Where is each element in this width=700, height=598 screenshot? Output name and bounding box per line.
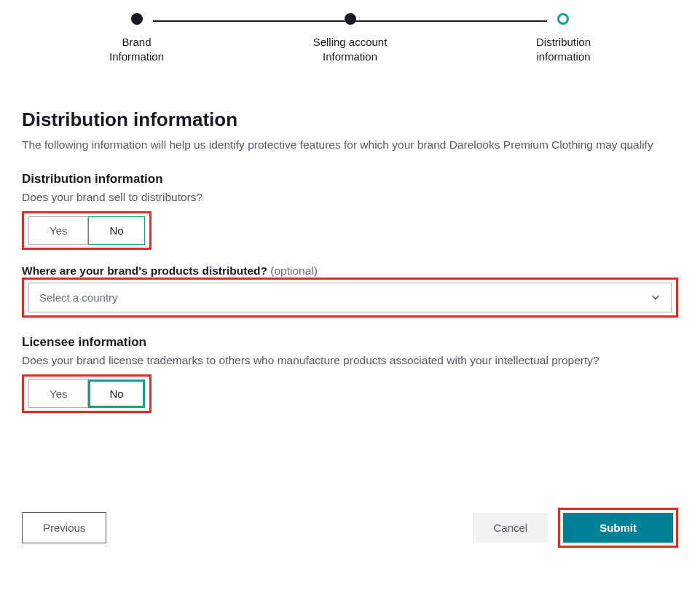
licensee-toggle-highlight: Yes No [22,374,152,413]
submit-button[interactable]: Submit [563,513,673,543]
country-select-placeholder: Select a country [39,291,118,304]
distributors-toggle-highlight: Yes No [22,211,152,250]
step-label-line2: Information [109,50,164,63]
country-select-highlight: Select a country [22,278,678,318]
licensee-toggle-group: Yes No [28,379,145,408]
chevron-down-icon [650,292,661,302]
distributors-question: Does your brand sell to distributors? [22,191,678,204]
cancel-button[interactable]: Cancel [473,513,548,543]
step-dot-completed [345,13,356,25]
licensee-no-button[interactable]: No [88,379,144,408]
distributors-yes-button[interactable]: Yes [28,216,88,245]
country-question-text: Where are your brand's products distribu… [22,264,267,277]
step-label-line1: Brand [122,36,152,48]
distributors-toggle-group: Yes No [28,216,145,245]
licensee-heading: Licensee information [22,335,678,350]
licensee-yes-button[interactable]: Yes [28,379,88,408]
form-footer: Previous Cancel Submit [22,508,678,555]
submit-button-highlight: Submit [558,508,678,548]
step-label: Selling account Information [313,35,388,65]
step-label-line1: Distribution [536,36,591,48]
licensee-question: Does your brand license trademarks to ot… [22,354,678,367]
step-label-line1: Selling account [313,36,388,48]
previous-button[interactable]: Previous [22,512,106,543]
step-distribution-information: Distribution information [536,13,591,65]
step-brand-information: Brand Information [109,13,164,65]
country-optional-label: (optional) [270,264,318,277]
step-label-line2: information [536,50,590,63]
page-description: The following information will help us i… [22,137,677,153]
form-content: Distribution information The following i… [22,109,678,428]
step-selling-account: Selling account Information [313,13,388,65]
step-dot-completed [131,13,143,25]
step-label-line2: Information [323,50,377,63]
step-label: Distribution information [536,35,591,65]
progress-stepper: Brand Information Selling account Inform… [22,7,678,65]
distributors-no-button[interactable]: No [88,216,144,245]
country-select[interactable]: Select a country [28,283,672,312]
step-dot-current [557,13,569,25]
country-question: Where are your brand's products distribu… [22,264,678,278]
distribution-heading: Distribution information [22,172,678,186]
step-label: Brand Information [109,35,164,65]
page-title: Distribution information [22,109,678,131]
